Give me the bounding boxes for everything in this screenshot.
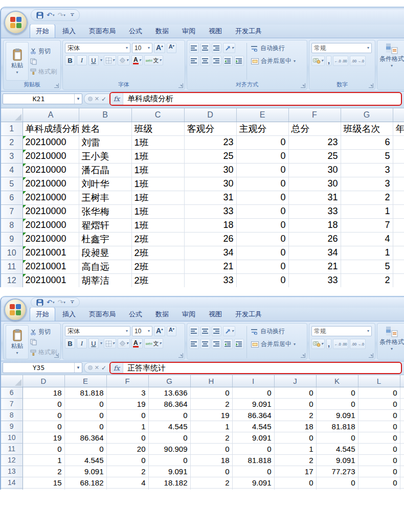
row-header[interactable]: 7 (1, 398, 23, 409)
ribbon-tab[interactable]: 审阅 (176, 24, 201, 38)
cell[interactable]: 86.364 (148, 398, 190, 409)
cell[interactable]: 2 (274, 409, 316, 421)
cell[interactable]: 68.182 (64, 477, 106, 488)
number-dialog-launcher-icon[interactable] (369, 83, 373, 88)
grow-font-button[interactable]: A▴ (154, 326, 165, 336)
cell[interactable]: 86.364 (232, 409, 274, 421)
clipboard-dialog-launcher-icon[interactable] (54, 353, 59, 358)
cell[interactable]: 30 (288, 177, 341, 191)
cancel-button[interactable]: ✕ (95, 96, 99, 102)
underline-button[interactable]: U (88, 55, 99, 65)
cell[interactable]: 0 (148, 454, 190, 466)
cell[interactable]: 20210001 (23, 273, 79, 287)
decrease-indent-button[interactable] (223, 56, 233, 66)
cell[interactable]: 张华梅 (79, 204, 131, 218)
align-right-button[interactable] (212, 339, 221, 349)
column-header[interactable] (400, 375, 404, 387)
ribbon-tab[interactable]: 开发工具 (229, 307, 268, 321)
insert-function-button[interactable]: fx (110, 363, 123, 373)
qat-customize-button[interactable]: ▾ (71, 300, 74, 304)
formula-input[interactable]: 正答率统计 (123, 363, 401, 373)
fill-color-button[interactable]: ▾ (118, 55, 130, 65)
cell[interactable]: 高自远 (79, 260, 131, 273)
ribbon-tab[interactable]: 公式 (123, 307, 148, 321)
cell[interactable]: 0 (358, 398, 400, 409)
cell[interactable]: 5 (341, 149, 393, 163)
cell[interactable]: 9.091 (232, 398, 274, 409)
cell[interactable]: 0 (236, 177, 288, 191)
increase-indent-button[interactable] (234, 56, 244, 66)
column-header[interactable]: H (190, 375, 232, 387)
font-dialog-launcher-icon[interactable] (178, 83, 183, 88)
cell[interactable]: 19 (23, 432, 64, 443)
cell[interactable] (400, 488, 404, 490)
cell[interactable]: 33 (184, 273, 236, 287)
cell[interactable]: 20210000 (23, 218, 79, 232)
cell[interactable]: 9.091 (316, 454, 358, 466)
cell[interactable]: 5 (341, 260, 393, 273)
row-header[interactable]: 4 (1, 163, 23, 177)
enter-button[interactable]: ✓ (101, 365, 106, 371)
cell[interactable]: 0 (358, 432, 400, 443)
align-right-button[interactable] (212, 56, 221, 66)
cell[interactable]: 33 (288, 273, 341, 287)
underline-caret-icon[interactable]: ▾ (100, 341, 102, 345)
name-box[interactable]: K21 ▼ (3, 94, 82, 104)
cell[interactable]: 0 (106, 432, 148, 443)
cell[interactable]: 0 (190, 466, 232, 477)
cell[interactable]: 31 (184, 191, 236, 204)
orientation-button[interactable]: ▾ (223, 43, 235, 53)
undo-button[interactable]: ↶▾ (47, 299, 54, 306)
cell[interactable]: 潘石晶 (79, 163, 131, 177)
cell[interactable]: 0 (358, 443, 400, 454)
cell[interactable]: 单科成绩分析 (23, 122, 79, 135)
ribbon-tab[interactable]: 数据 (149, 307, 175, 321)
cell[interactable]: 9.091 (232, 477, 274, 488)
borders-button[interactable]: ▾ (104, 55, 116, 65)
cell[interactable]: 2班 (131, 232, 184, 246)
cell[interactable] (400, 421, 404, 432)
cell[interactable] (400, 432, 404, 443)
row-header[interactable]: 8 (1, 218, 23, 232)
cell[interactable]: 1班 (131, 191, 184, 204)
cell[interactable]: 81.818 (232, 454, 274, 466)
cell[interactable] (400, 409, 404, 421)
ribbon-tab[interactable]: 视图 (203, 307, 228, 321)
cell[interactable]: 王树丰 (79, 191, 131, 204)
cell[interactable]: 0 (274, 477, 316, 488)
cell[interactable]: 3 (106, 387, 148, 398)
formula-input[interactable]: 单科成绩分析 (123, 94, 401, 104)
cell[interactable]: 4 (341, 232, 393, 246)
cell[interactable]: 1 (341, 204, 393, 218)
row-header[interactable]: 2 (1, 135, 23, 149)
cell[interactable]: 30 (184, 163, 236, 177)
shrink-font-button[interactable]: A▾ (167, 326, 176, 336)
underline-button[interactable]: U (88, 338, 99, 349)
cell[interactable]: 0 (358, 477, 400, 488)
cell[interactable]: 年 (393, 122, 404, 135)
cell[interactable]: 31 (288, 191, 341, 204)
italic-button[interactable]: I (77, 55, 87, 65)
cell[interactable]: 刘叶华 (79, 177, 131, 191)
ribbon-tab[interactable]: 页面布局 (83, 24, 122, 38)
copy-button[interactable] (29, 337, 58, 347)
ribbon-tab[interactable]: 开发工具 (229, 24, 268, 38)
cell[interactable]: 0 (274, 387, 316, 398)
font-size-select[interactable]: 10▾ (132, 43, 152, 53)
cell[interactable]: 19 (106, 398, 148, 409)
cell[interactable]: 9.091 (64, 466, 106, 477)
align-middle-button[interactable] (200, 43, 210, 53)
increase-decimal-button[interactable]: ←.0 .00 (333, 56, 349, 66)
cell[interactable]: 20210001 (23, 260, 79, 273)
select-all-corner[interactable] (1, 108, 23, 122)
row-header[interactable]: 7 (1, 204, 23, 218)
cell[interactable]: 0 (236, 204, 288, 218)
row-header[interactable]: 14 (1, 477, 23, 488)
orientation-button[interactable]: ▾ (223, 326, 235, 336)
row-header[interactable]: 11 (1, 260, 23, 273)
alignment-dialog-launcher-icon[interactable] (301, 353, 305, 358)
align-left-button[interactable] (189, 56, 199, 66)
ribbon-tab[interactable]: 开始 (30, 24, 55, 38)
increase-decimal-button[interactable]: ←.0 .00 (333, 339, 349, 349)
comma-style-button[interactable]: , (326, 56, 331, 66)
